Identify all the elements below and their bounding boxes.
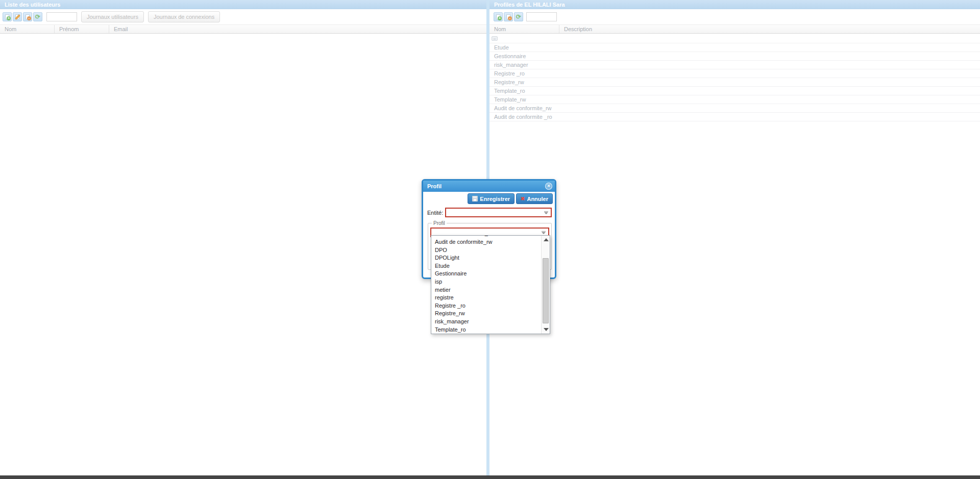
- dropdown-item[interactable]: registre: [431, 294, 541, 302]
- save-button-label: Enregistrer: [480, 196, 510, 202]
- profile-row[interactable]: Etude: [489, 43, 980, 52]
- scroll-up-icon[interactable]: [544, 238, 549, 241]
- column-header-description[interactable]: Description: [559, 25, 980, 33]
- profiles-row-list: Etude Gestionnaire risk_manager Registre…: [489, 43, 980, 121]
- profile-row[interactable]: Registre_rw: [489, 78, 980, 87]
- profil-fieldset-legend: Profil: [432, 220, 447, 226]
- profiles-panel: Profiles de EL HILALI Sara + - ⟳ Nom Des…: [489, 0, 980, 475]
- profiles-panel-title: Profiles de EL HILALI Sara: [489, 0, 980, 9]
- add-icon: +: [498, 16, 502, 20]
- dropdown-item[interactable]: isp: [431, 278, 541, 286]
- journaux-utilisateurs-button[interactable]: Journaux utilisateurs: [81, 11, 144, 22]
- profile-name: Audit de conformite _ro: [494, 114, 552, 120]
- users-grid-header: Nom Prénom Email: [0, 24, 486, 34]
- edit-user-button[interactable]: [13, 12, 22, 21]
- refresh-icon: ⟳: [514, 13, 523, 21]
- dropdown-item[interactable]: Etude: [431, 262, 541, 270]
- save-button[interactable]: Enregistrer: [468, 193, 514, 204]
- cancel-icon: ✖: [521, 196, 525, 201]
- delete-user-button[interactable]: -: [23, 12, 32, 21]
- dropdown-item[interactable]: Registre _ro: [431, 302, 541, 310]
- add-user-button[interactable]: +: [3, 12, 12, 21]
- refresh-users-button[interactable]: ⟳: [33, 12, 42, 21]
- profile-row[interactable]: Audit de conformite _ro: [489, 113, 980, 121]
- profiles-search-input[interactable]: [526, 12, 557, 21]
- profile-row[interactable]: Registre _ro: [489, 69, 980, 78]
- users-panel: Liste des utilisateurs + - ⟳ Journaux ut…: [0, 0, 486, 475]
- profile-row[interactable]: Template_ro: [489, 87, 980, 95]
- chevron-down-icon[interactable]: [544, 212, 548, 214]
- profil-dropdown-list: Audit de conformite _ro Audit de conform…: [431, 235, 550, 334]
- users-toolbar: + - ⟳ Journaux utilisateurs Journaux de …: [0, 9, 486, 24]
- dropdown-item[interactable]: Registre_rw: [431, 310, 541, 318]
- profile-placeholder-row[interactable]: –: [489, 34, 980, 43]
- refresh-profiles-button[interactable]: ⟳: [514, 12, 523, 21]
- entity-field-row: Entité:: [427, 208, 552, 217]
- dash-icon: –: [492, 36, 498, 41]
- cancel-button-label: Annuler: [527, 196, 548, 202]
- scroll-down-icon[interactable]: [544, 328, 549, 331]
- entity-label: Entité:: [427, 210, 445, 216]
- dropdown-item[interactable]: metier: [431, 286, 541, 294]
- profiles-toolbar: + - ⟳: [489, 9, 980, 24]
- profiles-grid-body: – Etude Gestionnaire risk_manager Regist…: [489, 34, 980, 121]
- dialog-button-row: Enregistrer ✖ Annuler: [423, 192, 555, 204]
- users-panel-title: Liste des utilisateurs: [0, 0, 486, 9]
- dropdown-item[interactable]: risk_manager: [431, 318, 541, 326]
- column-header-email[interactable]: Email: [109, 25, 486, 33]
- profile-row[interactable]: Audit de conformite_rw: [489, 104, 980, 113]
- scrollbar-thumb[interactable]: [543, 258, 549, 323]
- column-header-nom[interactable]: Nom: [489, 25, 559, 33]
- profiles-grid-header: Nom Description: [489, 24, 980, 34]
- profile-name: Audit de conformite_rw: [494, 105, 552, 111]
- delete-icon: -: [27, 16, 31, 20]
- profil-dialog-title: Profil: [427, 183, 442, 189]
- profile-name: Registre _ro: [494, 70, 525, 77]
- add-icon: +: [7, 16, 11, 20]
- dropdown-item-list: Audit de conformite_rw DPO DPOLight Etud…: [431, 238, 541, 334]
- profil-dialog-titlebar[interactable]: Profil ✕: [423, 181, 555, 192]
- profile-name: Template_rw: [494, 96, 526, 103]
- save-icon: [472, 196, 478, 201]
- cancel-button[interactable]: ✖ Annuler: [516, 193, 553, 204]
- dropdown-items: Audit de conformite _ro Audit de conform…: [431, 236, 541, 334]
- journaux-connexions-button[interactable]: Journaux de connexions: [148, 11, 220, 22]
- profile-name: risk_manager: [494, 62, 528, 68]
- column-header-prenom[interactable]: Prénom: [54, 25, 109, 33]
- column-header-nom[interactable]: Nom: [0, 25, 54, 33]
- dropdown-item[interactable]: Template_ro: [431, 326, 541, 334]
- dropdown-item[interactable]: DPO: [431, 246, 541, 255]
- dropdown-item[interactable]: Gestionnaire: [431, 270, 541, 278]
- dropdown-scrollbar[interactable]: [541, 236, 550, 334]
- dropdown-item[interactable]: DPOLight: [431, 254, 541, 262]
- profile-name: Registre_rw: [494, 79, 524, 85]
- add-profile-button[interactable]: +: [494, 12, 503, 21]
- users-search-input[interactable]: [46, 12, 77, 21]
- profile-name: Etude: [494, 44, 509, 51]
- delete-icon: -: [508, 16, 512, 20]
- close-icon[interactable]: ✕: [545, 183, 552, 190]
- entity-combobox[interactable]: [445, 208, 552, 217]
- profile-row[interactable]: risk_manager: [489, 61, 980, 69]
- profile-row[interactable]: Gestionnaire: [489, 52, 980, 61]
- dropdown-item[interactable]: Audit de conformite_rw: [431, 238, 541, 246]
- chevron-down-icon[interactable]: [542, 232, 546, 234]
- profile-row[interactable]: Template_rw: [489, 95, 980, 104]
- profile-name: Template_ro: [494, 88, 525, 94]
- profile-name: Gestionnaire: [494, 53, 526, 59]
- delete-profile-button[interactable]: -: [504, 12, 513, 21]
- bottom-bar: [0, 475, 980, 479]
- refresh-icon: ⟳: [34, 13, 42, 21]
